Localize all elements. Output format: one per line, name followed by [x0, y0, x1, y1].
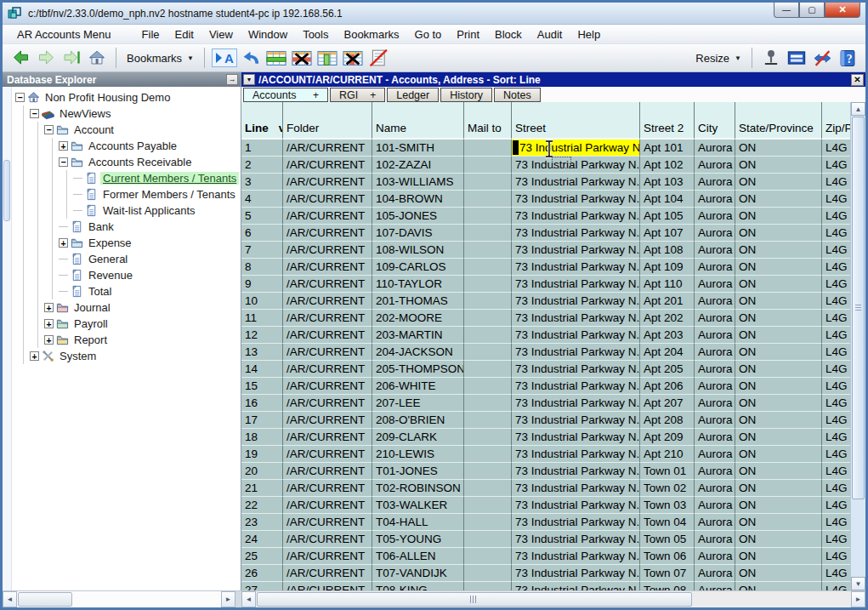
- tab-notes[interactable]: Notes: [494, 88, 541, 102]
- minimize-button[interactable]: —: [774, 3, 799, 18]
- table-cell[interactable]: ON: [735, 276, 822, 293]
- table-hscroll-thumb[interactable]: [257, 592, 692, 607]
- menu-item-go-to[interactable]: Go to: [407, 26, 450, 43]
- table-cell[interactable]: [464, 208, 512, 225]
- table-cell[interactable]: Town 06: [640, 548, 695, 565]
- table-cell[interactable]: /AR/CURRENT: [283, 361, 372, 378]
- table-cell[interactable]: [464, 565, 512, 582]
- table-cell[interactable]: Aurora: [695, 259, 735, 276]
- table-cell[interactable]: Apt 203: [640, 327, 695, 344]
- table-cell[interactable]: /AR/CURRENT: [283, 446, 372, 463]
- table-cell[interactable]: [464, 446, 512, 463]
- table-cell[interactable]: ON: [735, 259, 822, 276]
- table-cell[interactable]: 202-MOORE: [372, 310, 464, 327]
- table-cell[interactable]: [464, 293, 512, 310]
- table-cell[interactable]: 8: [241, 259, 283, 276]
- table-cell[interactable]: Apt 108: [640, 242, 695, 259]
- table-cell[interactable]: ON: [735, 582, 822, 590]
- table-cell[interactable]: Apt 105: [640, 208, 695, 225]
- table-cell[interactable]: ON: [735, 429, 822, 446]
- table-cell[interactable]: L4G: [822, 446, 850, 463]
- table-cell[interactable]: [464, 225, 512, 242]
- menu-item-file[interactable]: File: [134, 26, 167, 43]
- table-cell[interactable]: 25: [241, 548, 283, 565]
- tree-expander-collapse-icon[interactable]: −: [59, 157, 68, 167]
- explorer-collapse-button[interactable]: →: [226, 74, 238, 85]
- table-scroll-right-button[interactable]: ►: [851, 591, 865, 607]
- table-cell[interactable]: 73 Industrial Parkway N.: [512, 208, 640, 225]
- table-cell[interactable]: 14: [241, 361, 283, 378]
- tab-accounts[interactable]: Accounts+: [243, 88, 328, 102]
- table-cell[interactable]: /AR/CURRENT: [283, 429, 372, 446]
- table-cell[interactable]: ON: [735, 344, 822, 361]
- table-cell[interactable]: 7: [241, 242, 283, 259]
- table-cell[interactable]: L4G: [822, 378, 850, 395]
- table-cell[interactable]: Aurora: [695, 310, 735, 327]
- table-cell[interactable]: Aurora: [695, 361, 735, 378]
- table-cell[interactable]: L4G: [822, 497, 850, 514]
- table-cell[interactable]: 208-O'BRIEN: [372, 412, 464, 429]
- table-cell[interactable]: L4G: [822, 480, 850, 497]
- table-cell[interactable]: /AR/CURRENT: [283, 514, 372, 531]
- table-cell[interactable]: Aurora: [695, 140, 735, 157]
- tree-expander-collapse-icon[interactable]: −: [15, 93, 25, 102]
- table-cell[interactable]: Aurora: [695, 531, 735, 548]
- table-cell[interactable]: ON: [735, 548, 822, 565]
- table-cell[interactable]: ON: [735, 242, 822, 259]
- table-cell[interactable]: [464, 429, 512, 446]
- table-cell[interactable]: 210-LEWIS: [372, 446, 464, 463]
- table-cell[interactable]: ON: [735, 395, 822, 412]
- table-cell[interactable]: Apt 110: [640, 276, 695, 293]
- table-cell[interactable]: 201-THOMAS: [372, 293, 464, 310]
- table-cell[interactable]: Town 03: [640, 497, 695, 514]
- table-cell[interactable]: ON: [735, 463, 822, 480]
- table-cell[interactable]: 108-WILSON: [372, 242, 464, 259]
- tree-item-expense[interactable]: +Expense: [59, 235, 241, 251]
- help-icon[interactable]: ?: [836, 47, 859, 69]
- column-header-line[interactable]: Linev: [241, 102, 283, 140]
- table-cell[interactable]: /AR/CURRENT: [283, 276, 372, 293]
- table-cell[interactable]: 1: [241, 140, 283, 157]
- table-cell[interactable]: /AR/CURRENT: [283, 259, 372, 276]
- table-cell[interactable]: 17: [241, 412, 283, 429]
- table-cell[interactable]: 73 Industrial Parkway N.: [512, 225, 640, 242]
- forward-arrow-icon[interactable]: [34, 47, 58, 69]
- table-cell[interactable]: Aurora: [695, 412, 735, 429]
- tree-expander-expand-icon[interactable]: +: [44, 319, 54, 328]
- insert-row-icon[interactable]: [264, 47, 288, 69]
- table-cell[interactable]: [464, 514, 512, 531]
- table-cell[interactable]: L4G: [822, 565, 850, 582]
- table-cell[interactable]: Apt 207: [640, 395, 695, 412]
- table-cell[interactable]: /AR/CURRENT: [283, 463, 372, 480]
- table-cell[interactable]: ON: [735, 378, 822, 395]
- table-cell[interactable]: [464, 361, 512, 378]
- table-cell[interactable]: Aurora: [695, 327, 735, 344]
- table-cell[interactable]: Aurora: [695, 548, 735, 565]
- scroll-up-button[interactable]: ▲: [851, 102, 865, 116]
- table-cell[interactable]: T05-YOUNG: [372, 531, 464, 548]
- menu-item-block[interactable]: Block: [487, 26, 530, 43]
- menu-item-ar-accounts-menu[interactable]: AR Accounts Menu: [9, 26, 119, 43]
- column-header-name[interactable]: Name: [372, 102, 464, 140]
- explorer-horizontal-scrollbar[interactable]: ◄ ►: [3, 591, 241, 607]
- table-horizontal-scrollbar[interactable]: ◄ ►: [241, 591, 865, 607]
- table-cell[interactable]: 73 Industrial Parkway N.: [512, 565, 640, 582]
- column-header-state-province[interactable]: State/Province: [735, 102, 822, 140]
- tree-item-account[interactable]: −Account: [44, 122, 241, 138]
- column-header-city[interactable]: City: [695, 102, 735, 140]
- table-cell[interactable]: [464, 548, 512, 565]
- panel-dropdown-button[interactable]: ▼: [243, 74, 255, 85]
- table-cell[interactable]: 6: [241, 225, 283, 242]
- table-cell[interactable]: ON: [735, 140, 822, 157]
- table-cell[interactable]: /AR/CURRENT: [283, 225, 372, 242]
- table-cell[interactable]: /AR/CURRENT: [283, 157, 372, 174]
- table-cell[interactable]: 209-CLARK: [372, 429, 464, 446]
- table-cell[interactable]: 109-CARLOS: [372, 259, 464, 276]
- tree-item-payroll[interactable]: +Payroll: [44, 316, 241, 332]
- table-cell[interactable]: L4G: [822, 293, 850, 310]
- table-cell[interactable]: [464, 463, 512, 480]
- table-cell[interactable]: [464, 157, 512, 174]
- table-cell[interactable]: Apt 104: [640, 191, 695, 208]
- table-cell[interactable]: L4G: [822, 191, 850, 208]
- menu-item-window[interactable]: Window: [241, 26, 295, 43]
